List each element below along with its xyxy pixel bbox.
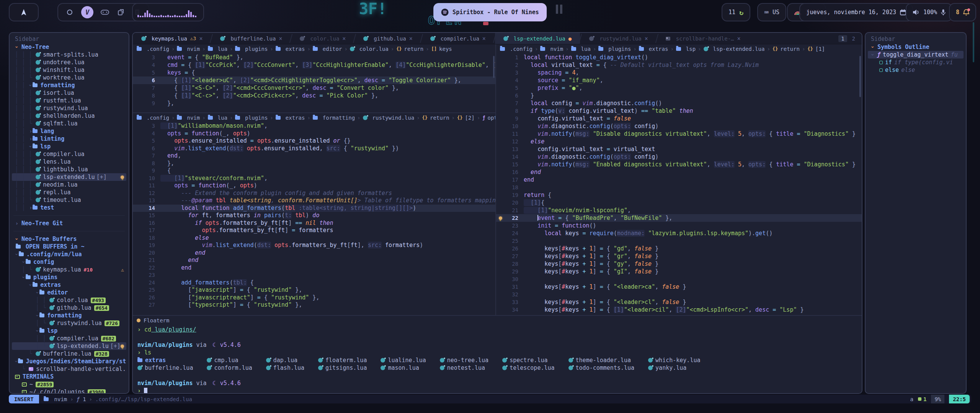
close-icon[interactable]: × (342, 35, 346, 42)
tab-keymaps.lua[interactable]: keymaps.lua⚠3× (133, 33, 211, 44)
outline-item-toggle_diag_virtext[interactable]: ›ƒtoggle_diag_virtext fu (868, 51, 964, 59)
scrollbar-handle[interactable] (859, 56, 861, 97)
tree-item-extras[interactable]: ›extras (12, 281, 126, 289)
tree-item-color.lua[interactable]: │ │ color.lua#493 (12, 296, 126, 304)
close-icon[interactable]: × (199, 35, 203, 42)
media-player-widget[interactable]: Spiritbox - Rule Of Nines (433, 3, 547, 21)
workspace-game-icon[interactable] (100, 8, 109, 17)
keyboard-layout-widget[interactable]: ⌨ US (757, 3, 786, 21)
tab-page-1[interactable]: 1 (838, 35, 847, 42)
tree-item-juegos-indies-steamlibrary-st[interactable]: ›Juegos/Indies/SteamLibrary/st (12, 358, 126, 365)
lua-icon (141, 36, 146, 41)
close-icon[interactable]: × (737, 35, 740, 42)
clock-widget[interactable]: jueves, noviembre 16, 2023 (799, 3, 913, 21)
tree-item-keymaps.lua[interactable]: │ └ keymaps.lua#10⚠ (12, 266, 126, 273)
tree-item-formatting[interactable]: ›formatting (12, 312, 126, 319)
tree-item-compiler.lua[interactable]: │ │ compiler.lua#682 (12, 335, 126, 342)
tab-lsp-extended.lua[interactable]: lsp-extended.lua● (495, 33, 580, 44)
tree-item-~[interactable]: ~#2859 (12, 380, 126, 388)
tree-item-scrollbar-handle-vertical.p[interactable]: └ scrollbar-handle-vertical.p (12, 365, 126, 373)
tab-color.lua[interactable]: color.lua× (291, 33, 354, 44)
symbols-outline-header[interactable]: › Symbols Outline (868, 43, 964, 51)
neotree-source-tree[interactable]: › Neo-Tree (12, 43, 126, 51)
code-line-16: 16 end (496, 168, 862, 176)
tree-item-lsp[interactable]: ›lsp (12, 327, 126, 335)
dir-open-icon (39, 291, 44, 294)
tree-item-isort.lua[interactable]: │ │ │ isort.lua (12, 89, 126, 97)
launcher-button[interactable] (9, 3, 39, 21)
tree-item-rustywind.lua[interactable]: │ │ │ rustywind.lua (12, 104, 126, 112)
tree-item-shellharden.lua[interactable]: │ │ │ shellharden.lua (12, 112, 126, 120)
outline-item-if[interactable]: if if type(config.vi (868, 59, 964, 66)
tree-item-lsp-extended.lu[interactable]: │ └ lsp-extended.lu[+] (12, 342, 126, 350)
tree-item-editor[interactable]: ›editor (12, 289, 126, 296)
workspace-browser-icon[interactable] (65, 8, 74, 17)
tree-item-formatting[interactable]: │ │ ›formatting (12, 81, 126, 89)
tree-item-lens.lua[interactable]: │ │ │ lens.lua (12, 158, 126, 166)
tab-github.lua[interactable]: github.lua× (355, 33, 421, 44)
lua-icon (502, 366, 507, 370)
tree-item-~-.c-n-l-plugins[interactable]: ~/.c/n/l/plugins#3980 (12, 388, 126, 394)
code-action-lightbulb-icon[interactable] (499, 216, 502, 220)
tree-item-timeout.lua[interactable]: │ │ └ timeout.lua (12, 196, 126, 204)
editor-lsp-extended-lua[interactable]: .config›nvim›lua›plugins›extras›lsp›lsp-… (496, 44, 862, 315)
tree-item-lightbulb.lua[interactable]: │ │ │ lightbulb.lua (12, 166, 126, 173)
tree-item-linting[interactable]: │ │ ›linting (12, 135, 126, 143)
rustywind-code-area[interactable]: 3 [1]"williamboman/mason.nvim",4 opts = … (133, 122, 495, 309)
close-icon[interactable]: × (645, 35, 648, 42)
tree-item-github.lua[interactable]: │ └ github.lua#654 (12, 304, 126, 312)
workspace-nvim-icon[interactable]: V (81, 6, 93, 18)
neotree-source-git[interactable]: › Neo-Tree Git (12, 220, 126, 227)
tree-item-bufferline.lua[interactable]: └ bufferline.lua#328 (12, 350, 126, 358)
editor-rustywind-lua[interactable]: .config›nvim›lua›plugins›extras›formatti… (133, 113, 495, 315)
tab-compiler.lua[interactable]: compiler.lua× (422, 33, 494, 44)
tree-item-repl.lua[interactable]: │ │ │ repl.lua (12, 189, 126, 196)
tree-item-rustywind.lua[interactable]: │ └ rustywind.lua#726 (12, 319, 126, 327)
floaterm-panel[interactable]: Floaterm › cd lua/plugins/nvim/lua/plugi… (133, 315, 862, 394)
close-icon[interactable]: × (409, 35, 413, 42)
tab-page-2[interactable]: 2 (849, 35, 858, 42)
dir-icon (208, 47, 213, 51)
neotree-source-buffers[interactable]: › Neo-Tree Buffers (12, 235, 126, 243)
lua-icon (648, 358, 653, 363)
notifications-widget[interactable]: 8 (949, 3, 976, 21)
tree-item-test[interactable]: │ │ ›test (12, 204, 126, 211)
tree-item-lang[interactable]: │ │ ›lang (12, 127, 126, 135)
audio-widget[interactable]: 100% (906, 3, 952, 21)
tree-item-smart-splits.lua[interactable]: │ │ │ smart-splits.lua (12, 51, 126, 59)
tree-item-neodim.lua[interactable]: │ │ │ neodim.lua (12, 181, 126, 189)
close-icon[interactable]: × (279, 35, 282, 42)
buffers-root[interactable]: OPEN BUFFERS in ~ (12, 243, 126, 250)
tree-item-worktree.lua[interactable]: │ │ └ worktree.lua (12, 74, 126, 81)
tree-item-.config-nvim-lua[interactable]: ›.config/nvim/lua (12, 250, 126, 258)
dir-icon (639, 47, 644, 51)
scrollbar-handle[interactable] (493, 56, 495, 78)
tree-item-lsp[interactable]: │ │ ›lsp (12, 143, 126, 150)
tree-item-config[interactable]: ›config (12, 258, 126, 266)
outline-item-else[interactable]: else else (868, 66, 964, 74)
tab-scrollbar-handle--[interactable]: scrollbar-handle-…× (657, 33, 749, 44)
editor-color-lua[interactable]: .config›nvim›lua›plugins›extras›editor›c… (133, 44, 495, 112)
code-line-20: 20 [1]{ (496, 199, 862, 206)
workspace-windows-icon[interactable] (116, 8, 126, 17)
tree-item-rustfmt.lua[interactable]: │ │ │ rustfmt.lua (12, 97, 126, 104)
updates-widget[interactable]: 11 ↻ (722, 3, 750, 21)
tree-item-undotree.lua[interactable]: │ │ │ undotree.lua (12, 59, 126, 66)
color-code-area[interactable]: 3 event = { "BufRead" },4 cmd = { [1]"Cc… (133, 54, 495, 107)
tree-item-lsp-extended.lu[interactable]: │ │ │ lsp-extended.lu[+] (12, 173, 126, 181)
close-icon[interactable]: × (482, 35, 486, 42)
chevron-down-icon: › (14, 45, 20, 49)
terminal-output[interactable]: › cd lua/plugins/nvim/lua/plugins via ☾ … (133, 325, 862, 394)
tree-item-compiler.lua[interactable]: │ │ │ compiler.lua (12, 150, 126, 158)
media-title: Spiritbox - Rule Of Nines (452, 9, 539, 16)
term-icon (22, 382, 27, 387)
dir-open-icon (18, 359, 23, 363)
code-line-13: 13 ---@param tbl table<string, conform.F… (133, 197, 495, 205)
tree-item-sqlfmt.lua[interactable]: │ │ └ sqlfmt.lua (12, 120, 126, 127)
tab-bufferline.lua[interactable]: bufferline.lua× (212, 33, 291, 44)
tree-item-terminals[interactable]: TERMINALS (12, 373, 126, 380)
tree-item-plugins[interactable]: ›plugins (12, 273, 126, 281)
tree-item-winshift.lua[interactable]: │ │ │ winshift.lua (12, 66, 126, 74)
tab-rustywind.lua[interactable]: rustywind.lua× (581, 33, 657, 44)
lsp-extended-code-area[interactable]: 1local function toggle_diag_virtext()2 l… (496, 54, 862, 314)
